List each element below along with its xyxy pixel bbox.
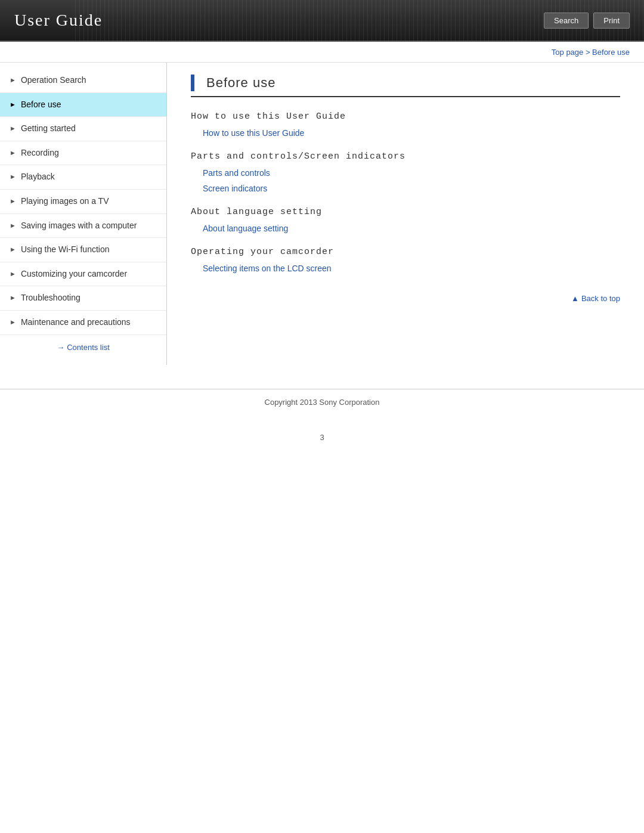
arrow-icon: ► xyxy=(10,148,16,157)
sidebar-item-before-use[interactable]: ► Before use xyxy=(0,93,166,117)
print-button[interactable]: Print xyxy=(593,13,630,29)
arrow-icon: ► xyxy=(10,245,16,254)
sidebar-item-maintenance[interactable]: ► Maintenance and precautions xyxy=(0,311,166,335)
section-how-to-use: How to use this User Guide How to use th… xyxy=(191,112,620,140)
section-heading-language: About language setting xyxy=(191,207,620,217)
link-how-to-use-guide[interactable]: How to use this User Guide xyxy=(191,126,620,140)
link-screen-indicators[interactable]: Screen indicators xyxy=(191,182,620,195)
header: User Guide Search Print xyxy=(0,0,644,42)
arrow-icon: ► xyxy=(10,124,16,133)
breadcrumb-link[interactable]: Top page > Before use xyxy=(552,48,630,57)
footer: Copyright 2013 Sony Corporation xyxy=(0,389,644,415)
link-selecting-items-lcd[interactable]: Selecting items on the LCD screen xyxy=(191,262,620,275)
arrow-icon: ► xyxy=(10,100,16,109)
arrow-icon: ► xyxy=(10,221,16,230)
sidebar-item-playback[interactable]: ► Playback xyxy=(0,165,166,190)
contents-list-link-container: →Contents list xyxy=(0,335,166,359)
sidebar-item-recording[interactable]: ► Recording xyxy=(0,141,166,166)
sidebar-item-playing-images[interactable]: ► Playing images on a TV xyxy=(0,190,166,214)
sidebar-item-wifi[interactable]: ► Using the Wi-Fi function xyxy=(0,238,166,262)
link-parts-and-controls[interactable]: Parts and controls xyxy=(191,166,620,179)
title-bar-decoration xyxy=(191,75,194,91)
section-operating-camcorder: Operating your camcorder Selecting items… xyxy=(191,247,620,275)
section-parts-controls: Parts and controls/Screen indicators Par… xyxy=(191,151,620,195)
triangle-up-icon: ▲ xyxy=(571,294,579,303)
arrow-right-icon: → xyxy=(57,343,64,352)
sidebar-item-troubleshooting[interactable]: ► Troubleshooting xyxy=(0,286,166,311)
arrow-icon: ► xyxy=(10,270,16,278)
arrow-icon: ► xyxy=(10,293,16,302)
sidebar-item-operation-search[interactable]: ► Operation Search xyxy=(0,69,166,93)
back-to-top: ▲Back to top xyxy=(191,287,620,304)
contents-list-link[interactable]: →Contents list xyxy=(57,343,110,352)
section-language-setting: About language setting About language se… xyxy=(191,207,620,235)
app-title: User Guide xyxy=(14,11,103,30)
sidebar-item-customizing[interactable]: ► Customizing your camcorder xyxy=(0,262,166,287)
section-heading-how-to-use: How to use this User Guide xyxy=(191,112,620,122)
breadcrumb: Top page > Before use xyxy=(0,42,644,63)
page-number: 3 xyxy=(0,433,644,442)
sidebar-item-saving-images[interactable]: ► Saving images with a computer xyxy=(0,214,166,239)
main-content: Before use How to use this User Guide Ho… xyxy=(167,63,644,327)
arrow-icon: ► xyxy=(10,197,16,206)
copyright-text: Copyright 2013 Sony Corporation xyxy=(265,398,380,407)
sidebar: ► Operation Search ► Before use ► Gettin… xyxy=(0,63,167,365)
arrow-icon: ► xyxy=(10,76,16,85)
sidebar-item-getting-started[interactable]: ► Getting started xyxy=(0,117,166,141)
back-to-top-link[interactable]: ▲Back to top xyxy=(571,294,620,303)
arrow-icon: ► xyxy=(10,172,16,181)
section-heading-operating: Operating your camcorder xyxy=(191,247,620,257)
search-button[interactable]: Search xyxy=(544,13,589,29)
arrow-icon: ► xyxy=(10,318,16,327)
section-heading-parts-controls: Parts and controls/Screen indicators xyxy=(191,151,620,162)
header-buttons: Search Print xyxy=(544,13,630,29)
page-layout: ► Operation Search ► Before use ► Gettin… xyxy=(0,63,644,365)
link-about-language-setting[interactable]: About language setting xyxy=(191,222,620,235)
page-title: Before use xyxy=(191,75,620,97)
